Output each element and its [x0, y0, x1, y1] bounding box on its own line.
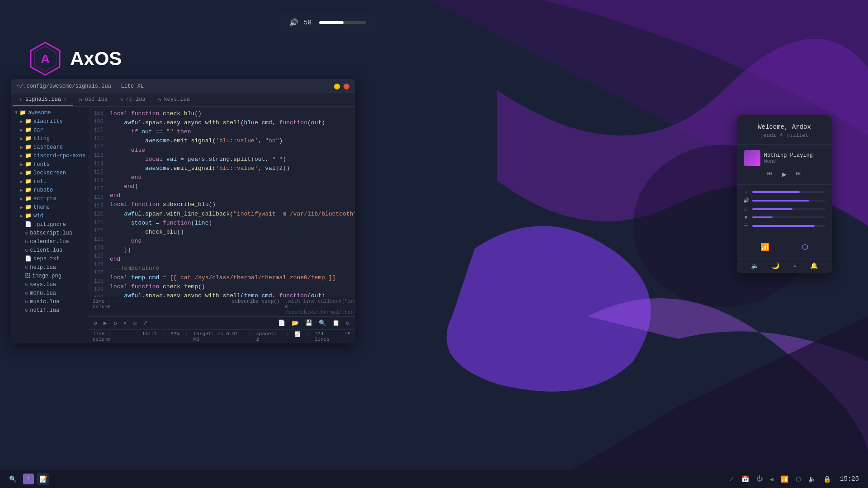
tree-item-keys[interactable]: ▶ ↻ keys.lua	[11, 280, 88, 289]
slider-row-2: 🔊	[743, 197, 826, 203]
volume-osd-icon: 🔊	[289, 18, 298, 27]
editor-toolbar: ⚙ ▶ ↻ ✕ ◎ ⤢ 📄 📂 💾 🔍 📋 ⚙	[88, 316, 355, 329]
tree-item-alacritty[interactable]: ▶ 📁 alacritty	[11, 117, 88, 126]
music-prev-btn[interactable]: ⏮	[767, 170, 773, 179]
file-tree[interactable]: ▼ 📁 awesome ▶ 📁 alacritty ▶ 📁 bar ▶ 📁	[11, 107, 88, 343]
slider-track-3[interactable]	[752, 208, 826, 210]
tree-item-music[interactable]: ▶ ↻ music.lua	[11, 297, 88, 306]
slider-track-2[interactable]	[752, 200, 826, 202]
bottom-feather-btn[interactable]: ✦	[793, 262, 797, 270]
tab-rc-lua[interactable]: ↻ rc.lua	[114, 94, 152, 106]
tab-close-icon[interactable]: ✕	[64, 97, 66, 102]
tree-item-scripts[interactable]: ▶ 📁 scripts	[11, 194, 88, 203]
slider-icon-3: ⊞	[743, 206, 749, 212]
toolbar-gear-btn[interactable]: ⚙	[92, 319, 99, 328]
tree-item-theme[interactable]: ▶ 📁 theme	[11, 203, 88, 211]
tree-item-bling[interactable]: ▶ 📁 bling	[11, 134, 88, 143]
toolbar-expand-btn[interactable]: ⤢	[141, 319, 150, 328]
app-icon-editor: 📝	[39, 475, 47, 483]
tree-item-menu[interactable]: ▶ ↻ menu.lua	[11, 289, 88, 297]
music-next-btn[interactable]: ⏭	[796, 170, 802, 179]
tab-signals-lua[interactable]: ↻ signals.lua ✕	[13, 94, 73, 106]
toggle-wifi-btn[interactable]: 📶	[759, 241, 771, 253]
taskbar-bluetooth-icon[interactable]: ⬡	[794, 474, 803, 485]
music-play-btn[interactable]: ▶	[782, 170, 787, 179]
code-line-126: end	[110, 255, 351, 264]
taskbar-expand-icon[interactable]: ⤢	[727, 474, 736, 485]
tree-item-discord[interactable]: ▶ 📁 discord-rpc-axos	[11, 151, 88, 160]
tree-item-wid[interactable]: ▶ 📁 wid	[11, 211, 88, 220]
editor-window: ~/.config/awesome/signals.lua - Lite XL …	[11, 79, 355, 343]
tree-item-image[interactable]: ▶ 🖼 image.png	[11, 272, 88, 280]
code-content[interactable]: 108 109 110 111 112 113 114 115 116 117 …	[88, 107, 355, 297]
mini-command-bar: line : column ──────────────────────────…	[88, 297, 355, 316]
tab-osd-lua[interactable]: ↻ osd.lua	[73, 94, 114, 106]
tab-reload-icon-4: ↻	[158, 97, 161, 103]
bottom-moon-btn[interactable]: 🌙	[772, 262, 779, 270]
volume-osd-bar[interactable]	[319, 21, 366, 24]
slider-track-1[interactable]	[752, 191, 826, 193]
tree-item-client[interactable]: ▶ ↻ client.lua	[11, 246, 88, 254]
code-lines[interactable]: local function check_blu() awful.spawn.e…	[106, 107, 355, 297]
slider-icon-5: ☰	[743, 223, 749, 229]
logo-text: AxOS	[70, 48, 122, 70]
toolbar-folder-btn[interactable]: 📂	[290, 319, 301, 328]
tab-keys-lua[interactable]: ↻ keys.lua	[152, 94, 196, 106]
toolbar-reload-btn[interactable]: ↻	[112, 319, 119, 328]
taskbar-workspace-1[interactable]: 1	[23, 474, 34, 484]
window-close-btn[interactable]	[344, 84, 349, 89]
taskbar-volume-icon[interactable]: 🔈	[807, 474, 818, 485]
window-minimize-btn[interactable]	[334, 84, 340, 89]
toolbar-play-btn[interactable]: ▶	[102, 319, 109, 328]
taskbar-power-icon[interactable]: ⏻	[755, 474, 764, 484]
toolbar-save-btn[interactable]: 💾	[303, 319, 314, 328]
music-artist: None	[764, 159, 825, 164]
toggle-bluetooth-btn[interactable]: ⬡	[800, 241, 810, 253]
taskbar-search-btn[interactable]: 🔍	[5, 474, 20, 485]
bottom-volume-btn[interactable]: 🔈	[751, 262, 759, 270]
code-line-115: awesome.emit_signal('blu::value', val[2]…	[110, 164, 351, 173]
slider-icon-4: ■	[743, 215, 749, 220]
taskbar-wifi-icon[interactable]: 📶	[779, 474, 790, 485]
slider-track-4[interactable]	[752, 216, 826, 218]
toolbar-settings-btn[interactable]: ⚙	[344, 319, 351, 328]
code-line-111: if out == "" then	[110, 127, 351, 136]
tree-item-gitignore[interactable]: ▶ 📄 .gitignore	[11, 220, 88, 229]
toolbar-close-btn[interactable]: ✕	[121, 319, 128, 328]
tree-item-rubato[interactable]: ▶ 📁 rubato	[11, 186, 88, 194]
tree-item-awesome[interactable]: ▼ 📁 awesome	[11, 108, 88, 117]
taskbar-calendar-icon[interactable]: 📅	[740, 474, 751, 485]
tree-item-notif[interactable]: ▶ ↻ notif.lua	[11, 306, 88, 314]
tree-item-lockscreen[interactable]: ▶ 📁 lockscreen	[11, 169, 88, 177]
slider-track-5[interactable]	[752, 225, 826, 227]
editor-statusbar: line : column | 144:1 | 83% | target: r<…	[88, 329, 355, 343]
toolbar-copy-btn[interactable]: 📋	[330, 319, 341, 328]
tree-item-calendar[interactable]: ▶ ↻ calendar.lua	[11, 237, 88, 246]
tree-item-dashboard[interactable]: ▶ 📁 dashboard	[11, 143, 88, 151]
tree-item-deps[interactable]: ▶ 📄 deps.txt	[11, 254, 88, 263]
taskbar-back-icon[interactable]: ◀	[768, 474, 775, 485]
music-info: Nothing Playing None	[764, 152, 825, 164]
welcome-date: jeudi 4 juillet	[744, 132, 825, 139]
code-line-109: local function check_blu()	[110, 109, 351, 118]
cmd-inotify: .with_line_callback("inotifywait -m /sys…	[285, 299, 355, 315]
tree-item-batscript[interactable]: ▶ ↻ batscript.lua	[11, 229, 88, 237]
tree-item-rofi[interactable]: ▶ 📁 rofi	[11, 177, 88, 186]
code-line-112: awesome.emit_signal('blu::value', "no")	[110, 136, 351, 145]
tree-item-help[interactable]: ▶ ↻ help.lua	[11, 263, 88, 272]
toolbar-search-btn[interactable]: 🔍	[317, 319, 328, 328]
code-line-116: end	[110, 173, 351, 182]
svg-text:A: A	[41, 52, 50, 66]
tree-item-bar[interactable]: ▶ 📁 bar	[11, 126, 88, 134]
code-area[interactable]: 108 109 110 111 112 113 114 115 116 117 …	[88, 107, 355, 343]
taskbar-app-editor[interactable]: 📝	[37, 473, 49, 485]
workspace-label-1: 1	[27, 476, 30, 482]
tree-item-fonts[interactable]: ▶ 📁 fonts	[11, 160, 88, 169]
bottom-bell-btn[interactable]: 🔔	[810, 262, 818, 270]
toolbar-circle-btn[interactable]: ◎	[131, 319, 138, 328]
status-zoom: 83%	[170, 331, 179, 342]
taskbar-lock-icon[interactable]: 🔒	[821, 474, 833, 485]
status-position: line : column	[93, 331, 128, 342]
toolbar-file-btn[interactable]: 📄	[276, 319, 287, 328]
widget-music: Nothing Playing None ⏮ ▶ ⏭	[737, 145, 832, 185]
